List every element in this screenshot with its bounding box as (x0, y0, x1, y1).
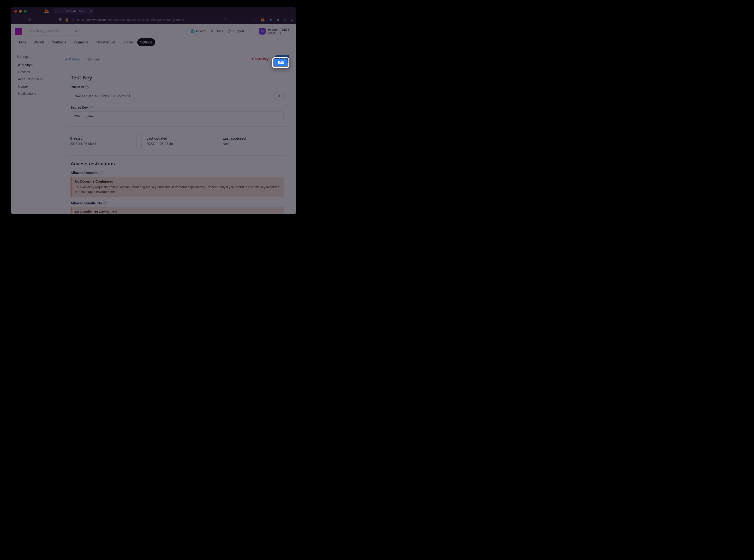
domains-warning: No Domains Configured This will deny req… (71, 177, 284, 197)
breadcrumb-api-keys[interactable]: API Keys (65, 57, 80, 61)
allowed-bundles-label: Allowed Bundle IDs ? (71, 201, 284, 205)
tab-title: thirdweb: The complete web3 d (65, 9, 88, 13)
nav-engine[interactable]: Engine (119, 38, 136, 46)
delete-key-button[interactable]: Delete key (248, 55, 273, 63)
sidebar-item-usage[interactable]: Usage (15, 83, 58, 90)
app-header: Search any contract ⌘K 🌐 Pricing 🗎 Docs … (11, 24, 296, 38)
sidebar-item-devices[interactable]: Devices (15, 68, 58, 75)
browser-window: 🦊 ⟋⟋⟋ thirdweb: The complete web3 d ✕ + … (11, 7, 296, 214)
edit-button[interactable]: Edit (275, 55, 289, 63)
access-restrictions-card: Access restrictions Allowed Domains ? No… (65, 156, 289, 214)
titlebar: 🦊 ⟋⟋⟋ thirdweb: The complete web3 d ✕ + … (11, 7, 296, 15)
firefox-icon: 🦊 (44, 8, 49, 14)
bundles-warning: No Bundle IDs Configured This will deny … (71, 207, 284, 214)
help-icon: ? (227, 29, 231, 33)
permissions-icon[interactable]: ⇄ (72, 18, 75, 22)
allowed-domains-label: Allowed Domains ? (71, 171, 284, 175)
secret-key-field: 2V6...yvWA (71, 111, 284, 121)
nav-contracts[interactable]: Contracts (49, 38, 69, 46)
search-placeholder: Search any contract (28, 29, 58, 33)
pocket-icon[interactable]: ⌄ (253, 18, 256, 22)
extensions-menu-icon[interactable]: ⧉ (284, 18, 286, 22)
tabs-overflow-icon[interactable]: ⌄ (290, 9, 293, 13)
browser-toolbar: ← → ⟳ ⛊ 🔒 ⇄ https://thirdweb.com/dashboa… (11, 15, 296, 24)
main-nav: Home Wallets Contracts Payments Infrastr… (11, 38, 296, 49)
chevron-right-icon: › (82, 57, 83, 61)
thirdweb-logo-icon[interactable] (15, 27, 22, 35)
file-icon: 🗎 (211, 29, 214, 33)
copy-icon[interactable]: ⧉ (278, 94, 280, 98)
key-details-card: Test Key Client Id ? 7a48e1b5977a160e9fc… (65, 69, 289, 127)
settings-sidebar: Settings API Keys Devices Account & Bill… (11, 49, 58, 214)
shield-icon[interactable]: ⛊ (59, 18, 62, 22)
stat-updated: Last updated 2023-11-06 08:46 (141, 132, 213, 150)
pricing-link[interactable]: 🌐 Pricing (191, 29, 206, 33)
help-icon[interactable]: ? (85, 85, 88, 89)
theme-toggle-icon[interactable]: ☾ (249, 29, 252, 33)
help-icon[interactable]: ? (103, 202, 107, 205)
access-title: Access restrictions (71, 161, 284, 166)
client-id-value: 7a48e1b5977a160e9fc13a6a5ffc5f55 (74, 94, 134, 98)
account-avatar-icon: @ (259, 28, 266, 35)
close-window-icon[interactable] (14, 10, 17, 13)
client-id-field: 7a48e1b5977a160e9fc13a6a5ffc5f55 ⧉ (71, 91, 284, 101)
secret-key-label: Secret Key ? (71, 105, 284, 109)
account-address: 0x0cc4…EB78 (268, 28, 290, 32)
extension2-icon[interactable]: ◉ (276, 18, 280, 22)
forward-button: → (21, 18, 25, 22)
nav-wallets[interactable]: Wallets (31, 38, 47, 46)
tab-favicon-icon: ⟋⟋⟋ (56, 10, 63, 13)
key-title: Test Key (71, 75, 284, 81)
nav-payments[interactable]: Payments (71, 38, 91, 46)
nav-infrastructure[interactable]: Infrastructure (93, 38, 118, 46)
minimize-window-icon[interactable] (19, 10, 22, 13)
bookmark-icon[interactable]: ☆ (224, 18, 227, 22)
sidebar-item-api-keys[interactable]: API Keys (15, 61, 58, 68)
sidebar-item-notifications[interactable]: Notifications (15, 90, 58, 97)
main-content: API Keys › Test Key Delete key Edit Test… (58, 49, 296, 214)
help-icon[interactable]: ? (89, 106, 93, 109)
maximize-window-icon[interactable] (24, 10, 27, 13)
docs-link[interactable]: 🗎 Docs (211, 29, 223, 33)
back-button[interactable]: ← (14, 18, 18, 22)
nav-settings[interactable]: Settings (137, 38, 155, 46)
help-icon[interactable]: ? (100, 171, 103, 175)
extension-icon[interactable]: ◆ (269, 18, 272, 22)
address-bar[interactable]: ⛊ 🔒 ⇄ https://thirdweb.com/dashboard/set… (59, 18, 183, 22)
client-id-label: Client Id ? (71, 85, 284, 89)
breadcrumb-current: Test Key (86, 57, 100, 61)
window-controls (14, 10, 27, 13)
lock-icon[interactable]: 🔒 (64, 18, 69, 22)
stats-row: Created 2023-11-06 08:46 Last updated 20… (65, 132, 289, 150)
account-balance: 0.000 ETH (268, 32, 290, 35)
sidebar-title: Settings (17, 55, 58, 59)
secret-key-value: 2V6...yvWA (74, 115, 93, 118)
search-shortcut: ⌘K (75, 29, 80, 33)
browser-tab[interactable]: ⟋⟋⟋ thirdweb: The complete web3 d ✕ (54, 8, 94, 14)
url-text: https://thirdweb.com/dashboard/settings/… (77, 18, 183, 22)
breadcrumb-row: API Keys › Test Key Delete key Edit (65, 55, 289, 63)
sidebar-item-account-billing[interactable]: Account & Billing (15, 76, 58, 82)
nav-home[interactable]: Home (15, 38, 29, 46)
support-link[interactable]: ? Support (227, 29, 244, 33)
tab-close-icon[interactable]: ✕ (90, 9, 92, 13)
stat-accessed: Last accessed Never (218, 132, 289, 150)
new-tab-button[interactable]: + (98, 9, 100, 14)
app-body: Settings API Keys Devices Account & Bill… (11, 49, 296, 214)
metamask-icon[interactable]: 🦊 (260, 18, 265, 22)
search-input[interactable]: Search any contract ⌘K (25, 27, 83, 36)
app-menu-icon[interactable]: ≡ (291, 18, 293, 22)
globe-icon: 🌐 (191, 29, 195, 33)
app-viewport: Search any contract ⌘K 🌐 Pricing 🗎 Docs … (11, 24, 296, 214)
breadcrumb: API Keys › Test Key (65, 57, 100, 61)
account-button[interactable]: @ 0x0cc4…EB78 0.000 ETH (256, 26, 293, 37)
reload-button[interactable]: ⟳ (28, 18, 31, 22)
stat-created: Created 2023-11-06 08:46 (65, 132, 137, 150)
